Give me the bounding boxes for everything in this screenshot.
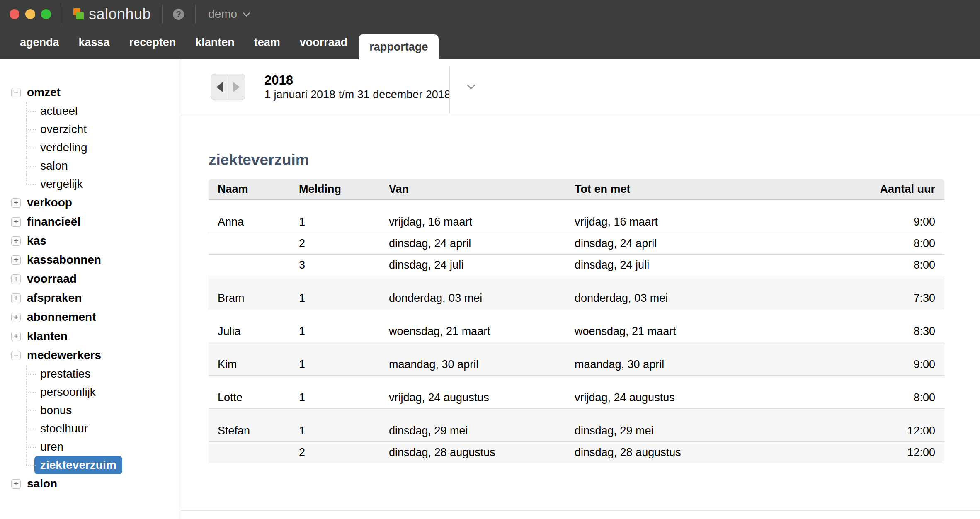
sidebar-item-salon[interactable]: +salon — [0, 474, 181, 493]
sidebar-item-voorraad[interactable]: +voorraad — [0, 269, 181, 289]
cell-naam: Stefan — [209, 424, 299, 437]
sidebar-item-financieël[interactable]: +financieël — [0, 212, 181, 231]
account-menu[interactable]: demo — [208, 7, 249, 21]
sidebar-item-prestaties[interactable]: prestaties — [0, 365, 181, 383]
titlebar-divider — [195, 5, 196, 24]
sidebar-children-of-omzet: actueeloverzichtverdelingsalonvergelijk — [0, 102, 181, 193]
next-period-button[interactable] — [228, 74, 245, 100]
employee-group-lotte: Lotte1vrijdag, 24 augustusvrijdag, 24 au… — [209, 376, 944, 409]
expand-icon[interactable]: + — [11, 479, 21, 489]
sidebar-item-kassabonnen[interactable]: +kassabonnen — [0, 250, 181, 269]
close-button[interactable] — [10, 9, 19, 19]
cell-aantal-uur: 8:00 — [832, 391, 944, 404]
sidebar-item-label: kassabonnen — [27, 253, 101, 267]
cell-tot-en-met: dinsdag, 28 augustus — [575, 446, 832, 459]
column-header-melding: Melding — [299, 183, 389, 196]
account-label: demo — [208, 7, 237, 21]
sidebar-item-ziekteverzuim[interactable]: ziekteverzuim — [0, 456, 181, 474]
expand-icon[interactable]: + — [11, 198, 21, 208]
sidebar-item-salon[interactable]: salon — [0, 157, 181, 175]
period-title: 2018 — [264, 73, 451, 88]
column-header-tot-en-met: Tot en met — [575, 183, 832, 196]
sidebar-item-medewerkers[interactable]: −medewerkers — [0, 346, 181, 365]
sidebar-item-label: voorraad — [27, 272, 77, 286]
employee-group-kim: Kim1maandag, 30 aprilmaandag, 30 april9:… — [209, 342, 944, 376]
sidebar-item-label: financieël — [27, 215, 80, 228]
previous-period-button[interactable] — [211, 74, 228, 100]
expand-icon[interactable]: + — [11, 236, 21, 246]
cell-aantal-uur: 9:00 — [832, 358, 944, 371]
sidebar-item-selected-label: ziekteverzuim — [34, 456, 122, 474]
cell-aantal-uur: 9:00 — [832, 216, 944, 228]
sidebar-item-kas[interactable]: +kas — [0, 231, 181, 250]
expand-icon[interactable]: + — [11, 255, 21, 265]
cell-naam: Bram — [209, 292, 299, 305]
expand-icon[interactable]: + — [11, 332, 21, 341]
sidebar-item-label: persoonlijk — [40, 386, 96, 399]
minimize-button[interactable] — [25, 9, 35, 19]
cell-aantal-uur: 8:30 — [832, 325, 944, 338]
sidebar-item-abonnement[interactable]: +abonnement — [0, 308, 181, 327]
period-label[interactable]: 2018 1 januari 2018 t/m 31 december 2018 — [264, 73, 451, 102]
cell-aantal-uur: 8:00 — [832, 237, 944, 250]
expand-icon[interactable]: + — [11, 274, 21, 284]
table-row: Anna1vrijdag, 16 maartvrijdag, 16 maart9… — [209, 211, 944, 233]
cell-tot-en-met: woensdag, 21 maart — [575, 325, 832, 338]
sidebar-item-overzicht[interactable]: overzicht — [0, 120, 181, 138]
cell-melding: 2 — [299, 446, 389, 459]
period-pager — [211, 74, 245, 100]
sidebar-item-uren[interactable]: uren — [0, 438, 181, 456]
collapse-icon[interactable]: − — [11, 351, 21, 360]
sidebar-item-verkoop[interactable]: +verkoop — [0, 193, 181, 212]
tab-kassa[interactable]: kassa — [79, 36, 110, 59]
column-header-van: Van — [389, 183, 575, 196]
primary-nav: agendakassareceptenklantenteamvoorraadra… — [0, 28, 980, 59]
table-row: Kim1maandag, 30 aprilmaandag, 30 april9:… — [209, 354, 944, 375]
report-sidebar: −omzetactueeloverzichtverdelingsalonverg… — [0, 59, 181, 519]
sidebar-item-omzet[interactable]: −omzet — [0, 83, 181, 102]
sidebar-item-vergelijk[interactable]: vergelijk — [0, 175, 181, 193]
zoom-button[interactable] — [41, 9, 51, 19]
titlebar-divider — [162, 5, 163, 24]
tab-recepten[interactable]: recepten — [129, 36, 176, 59]
help-icon[interactable]: ? — [173, 9, 184, 20]
expand-icon[interactable]: + — [11, 313, 21, 322]
sidebar-item-label: salon — [27, 477, 57, 490]
table-header-row: NaamMeldingVanTot en metAantal uur — [209, 179, 944, 200]
sidebar-item-label: salon — [40, 159, 68, 172]
cell-van: dinsdag, 28 augustus — [389, 446, 575, 459]
sidebar-item-stoelhuur[interactable]: stoelhuur — [0, 420, 181, 438]
cell-van: dinsdag, 24 juli — [389, 259, 575, 272]
expand-icon[interactable]: + — [11, 293, 21, 303]
sidebar-item-label: kas — [27, 234, 46, 247]
tab-rapportage-active[interactable]: rapportage — [359, 34, 439, 59]
expand-icon[interactable]: + — [11, 217, 21, 227]
collapse-icon[interactable]: − — [11, 88, 21, 97]
app-logo-text: salonhub — [89, 5, 151, 23]
titlebar-divider — [61, 5, 61, 24]
sidebar-item-label: klanten — [27, 330, 68, 343]
tab-klanten[interactable]: klanten — [195, 36, 235, 59]
cell-van: donderdag, 03 mei — [389, 292, 575, 305]
tab-agenda[interactable]: agenda — [20, 36, 59, 59]
table-row: 3dinsdag, 24 julidinsdag, 24 juli8:00 — [209, 254, 944, 276]
cell-aantal-uur: 8:00 — [832, 259, 944, 272]
tab-voorraad[interactable]: voorraad — [300, 36, 348, 59]
titlebar-row: salonhub ? demo — [0, 0, 980, 28]
sidebar-item-klanten[interactable]: +klanten — [0, 327, 181, 346]
cell-melding: 3 — [299, 259, 389, 272]
sidebar-item-afspraken[interactable]: +afspraken — [0, 289, 181, 308]
sidebar-item-bonus[interactable]: bonus — [0, 401, 181, 420]
employee-group-julia: Julia1woensdag, 21 maartwoensdag, 21 maa… — [209, 309, 944, 342]
main-panel: 2018 1 januari 2018 t/m 31 december 2018… — [181, 59, 980, 519]
chevron-down-icon[interactable] — [467, 80, 475, 89]
sidebar-item-verdeling[interactable]: verdeling — [0, 138, 181, 157]
sidebar-item-label: vergelijk — [40, 177, 83, 191]
cell-melding: 1 — [299, 292, 389, 305]
sidebar-item-actueel[interactable]: actueel — [0, 102, 181, 120]
cell-tot-en-met: vrijdag, 16 maart — [575, 216, 832, 228]
cell-melding: 1 — [299, 325, 389, 338]
tab-team[interactable]: team — [254, 36, 280, 59]
sidebar-item-persoonlijk[interactable]: persoonlijk — [0, 383, 181, 401]
table-row: Julia1woensdag, 21 maartwoensdag, 21 maa… — [209, 320, 944, 342]
